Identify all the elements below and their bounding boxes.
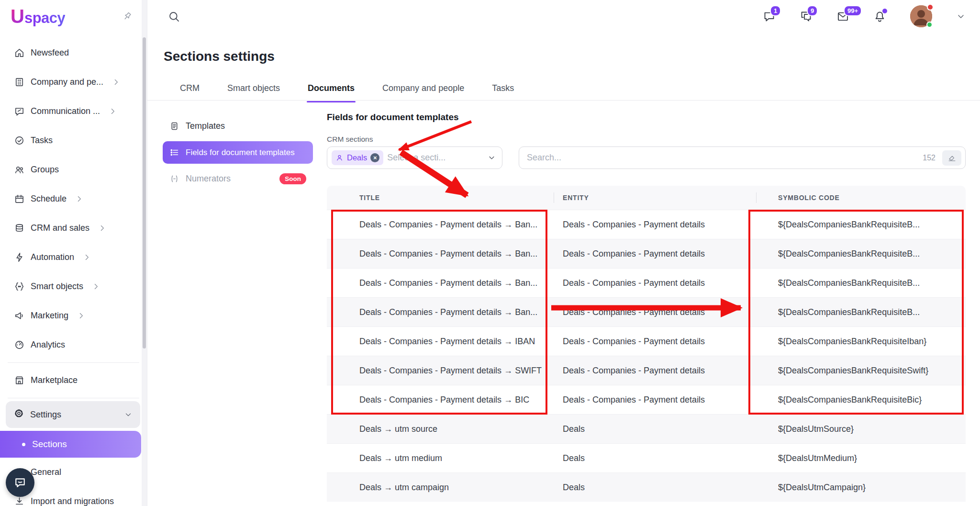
- table-row[interactable]: Deals - Companies - Payment details → Ba…: [327, 297, 966, 326]
- section-tabs: CRM Smart objects Documents Company and …: [147, 81, 980, 101]
- sidebar-scrollbar[interactable]: [143, 37, 146, 349]
- cell-symbolic-code: ${DealsCompaniesBankRequisiteIban}: [756, 337, 966, 347]
- sidebar-nav: Newsfeed Company and pe... Communication…: [0, 33, 147, 506]
- avatar-notification-badge: [927, 4, 934, 11]
- sidebar-item-schedule[interactable]: Schedule: [0, 184, 147, 214]
- bullet-dot-icon: [22, 443, 25, 446]
- cell-title: Deals - Companies - Payment details → Ba…: [327, 220, 554, 230]
- tab-smart-objects[interactable]: Smart objects: [226, 81, 281, 100]
- cell-title: Deals → utm campaign: [327, 483, 554, 493]
- sidebar-item-settings[interactable]: Settings: [6, 401, 140, 428]
- chat-bubble-icon: [13, 106, 25, 117]
- subnav-item-templates[interactable]: Templates: [163, 115, 313, 137]
- braces-icon: [13, 281, 25, 292]
- cell-title: Deals - Companies - Payment details → Ba…: [327, 278, 554, 288]
- chip-remove-icon[interactable]: ×: [370, 153, 379, 162]
- cell-symbolic-code: ${DealsCompaniesBankRequisiteBic}: [756, 395, 966, 405]
- mail-icon[interactable]: 99+: [836, 10, 849, 23]
- page-title: Sections settings: [164, 49, 275, 64]
- tab-documents[interactable]: Documents: [307, 81, 356, 100]
- sidebar-item-groups[interactable]: Groups: [0, 155, 147, 184]
- chevron-right-icon: [112, 78, 120, 86]
- table-row[interactable]: Deals - Companies - Payment details → BI…: [327, 385, 966, 414]
- table-row[interactable]: Deals - Companies - Payment details → IB…: [327, 326, 966, 356]
- clear-search-button[interactable]: [942, 150, 961, 166]
- profile-chevron-down-icon[interactable]: [956, 11, 966, 21]
- comments-icon[interactable]: 1: [763, 10, 776, 23]
- sidebar-item-label: Smart objects: [31, 281, 83, 292]
- sidebar-item-communication[interactable]: Communication ...: [0, 97, 147, 126]
- table-row[interactable]: Deals - Companies - Payment details → Ba…: [327, 239, 966, 268]
- sidebar-item-company-and-people[interactable]: Company and pe...: [0, 67, 147, 97]
- mail-badge: 99+: [844, 5, 862, 16]
- cell-symbolic-code: ${DealsCompaniesBankRequisiteB...: [756, 220, 966, 230]
- cell-title: Deals - Companies - Payment details → Ba…: [327, 249, 554, 259]
- tab-crm[interactable]: CRM: [179, 81, 200, 100]
- sidebar-item-newsfeed[interactable]: Newsfeed: [0, 38, 147, 67]
- divider: [8, 398, 139, 398]
- crm-sections-label: CRM sections: [327, 135, 373, 144]
- list-icon: [169, 147, 179, 157]
- bell-icon[interactable]: [873, 10, 886, 23]
- table-header-row: TITLE ENTITY SYMBOLIC CODE: [327, 186, 966, 210]
- chevron-down-icon: [124, 410, 133, 419]
- sidebar-item-label: Communication ...: [31, 106, 100, 116]
- sidebar-item-marketplace[interactable]: Marketplace: [0, 366, 147, 395]
- cell-entity: Deals: [554, 483, 756, 493]
- table-row[interactable]: Deals → utm medium Deals ${DealsUtmMediu…: [327, 443, 966, 472]
- select-caret-icon[interactable]: [487, 153, 496, 162]
- cell-title: Deals - Companies - Payment details → BI…: [327, 395, 554, 405]
- tab-tasks[interactable]: Tasks: [491, 81, 515, 100]
- column-header-symbolic-code: SYMBOLIC CODE: [756, 194, 966, 202]
- pin-sidebar-icon[interactable]: [122, 11, 133, 22]
- support-chat-button[interactable]: [6, 468, 34, 497]
- sidebar-item-automation[interactable]: Automation: [0, 243, 147, 272]
- results-count: 152: [923, 154, 935, 162]
- cell-title: Deals - Companies - Payment details → IB…: [327, 337, 554, 347]
- table-row[interactable]: Deals → utm source Deals ${DealsUtmSourc…: [327, 414, 966, 443]
- online-status-dot: [926, 22, 933, 28]
- sidebar-item-label: Company and pe...: [31, 77, 103, 87]
- search-icon[interactable]: [167, 10, 180, 23]
- cell-entity: Deals - Companies - Payment details: [554, 278, 756, 288]
- avatar[interactable]: [910, 5, 932, 27]
- table-row[interactable]: Deals - Companies - Payment details → SW…: [327, 356, 966, 385]
- crm-sections-select[interactable]: Deals × Select a secti...: [327, 146, 502, 169]
- sidebar-item-sections[interactable]: Sections: [0, 431, 141, 458]
- sidebar-item-crm-and-sales[interactable]: CRM and sales: [0, 214, 147, 243]
- sidebar-item-tasks[interactable]: Tasks: [0, 126, 147, 155]
- megaphone-icon: [13, 310, 25, 321]
- sidebar-item-label: Schedule: [31, 194, 67, 204]
- import-icon: [13, 496, 25, 506]
- cell-title: Deals → utm medium: [327, 453, 554, 463]
- sidebar-item-label: Analytics: [31, 340, 65, 350]
- sidebar-item-smart-objects[interactable]: Smart objects: [0, 272, 147, 301]
- selected-chip-deals[interactable]: Deals ×: [332, 150, 383, 165]
- tab-company-and-people[interactable]: Company and people: [381, 81, 465, 100]
- coins-icon: [13, 223, 25, 234]
- forum-icon[interactable]: 9: [800, 10, 813, 23]
- search-input[interactable]: [527, 153, 916, 163]
- soon-badge: Soon: [279, 173, 306, 184]
- sidebar-item-label: Groups: [31, 165, 59, 175]
- subnav-item-numerators[interactable]: Numerators Soon: [163, 168, 313, 190]
- chevron-right-icon: [83, 253, 91, 261]
- table-row[interactable]: Deals - Companies - Payment details → Ba…: [327, 210, 966, 239]
- table-row[interactable]: Deals - Companies - Payment details → Ba…: [327, 268, 966, 297]
- subnav-item-fields-for-document-templates[interactable]: Fields for document templates: [163, 141, 313, 164]
- table-row[interactable]: Deals → utm campaign Deals ${DealsUtmCam…: [327, 472, 966, 502]
- sidebar-item-analytics[interactable]: Analytics: [0, 330, 147, 360]
- forum-badge: 9: [807, 5, 818, 16]
- subnav-item-label: Fields for document templates: [186, 148, 295, 157]
- newsfeed-icon: [13, 47, 25, 58]
- cell-entity: Deals - Companies - Payment details: [554, 337, 756, 347]
- sidebar-item-label: Marketing: [31, 311, 68, 321]
- sidebar-item-marketing[interactable]: Marketing: [0, 301, 147, 330]
- building-icon: [13, 77, 25, 88]
- chevron-right-icon: [77, 312, 85, 320]
- table-body: Deals - Companies - Payment details → Ba…: [327, 210, 966, 502]
- chevron-right-icon: [92, 282, 100, 291]
- chip-label: Deals: [347, 153, 367, 162]
- subnav-item-label: Numerators: [186, 174, 231, 184]
- uspacy-logo[interactable]: Uspacy: [11, 6, 65, 27]
